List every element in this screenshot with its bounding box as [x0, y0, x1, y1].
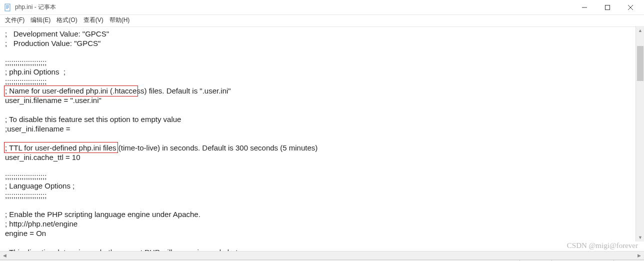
text-line[interactable]	[5, 238, 639, 248]
text-line[interactable]: ;;;;;;;;;;;;;;;;;;;;	[5, 172, 639, 181]
menubar: 文件(F) 编辑(E) 格式(O) 查看(V) 帮助(H)	[0, 15, 644, 27]
text-line[interactable]: ; To disable this feature set this optio…	[5, 114, 639, 124]
text-line[interactable]: ; http://php.net/engine	[5, 219, 639, 228]
maximize-button[interactable]	[596, 0, 619, 15]
text-line[interactable]: user_ini.cache_ttl = 10	[5, 152, 639, 162]
scroll-down-arrow-icon[interactable]: ▼	[636, 233, 644, 242]
scroll-up-arrow-icon[interactable]: ▲	[636, 26, 644, 34]
text-line[interactable]: ; Enable the PHP scripting language engi…	[5, 210, 639, 219]
text-content[interactable]: ; Development Value: "GPCS"; Production …	[0, 27, 644, 251]
text-line[interactable]: ;;;;;;;;;;;;;;;;;;;;	[5, 58, 639, 67]
svg-rect-6	[606, 5, 610, 10]
text-line[interactable]: ; Language Options ;	[5, 181, 639, 190]
text-line[interactable]: ; TTL for user-defined php.ini files (ti…	[5, 143, 639, 152]
window-title: php.ini - 记事本	[15, 3, 56, 12]
text-line[interactable]	[5, 162, 639, 172]
text-line[interactable]: engine = On	[5, 228, 639, 238]
menu-help[interactable]: 帮助(H)	[110, 16, 130, 24]
scrollbar-thumb[interactable]	[637, 46, 644, 81]
text-line[interactable]	[5, 48, 639, 58]
text-line[interactable]: ; Name for user-defined php.ini (.htacce…	[5, 86, 639, 96]
text-line[interactable]: ; Production Value: "GPCS"	[5, 38, 639, 48]
minimize-button[interactable]	[573, 0, 596, 15]
text-line[interactable]: ;user_ini.filename =	[5, 124, 639, 134]
titlebar: php.ini - 记事本	[0, 0, 644, 15]
text-line[interactable]	[5, 134, 639, 143]
menu-view[interactable]: 查看(V)	[84, 16, 104, 24]
text-line[interactable]: ;;;;;;;;;;;;;;;;;;;;	[5, 190, 639, 200]
close-button[interactable]	[619, 0, 642, 15]
text-line[interactable]: ;;;;;;;;;;;;;;;;;;;;	[5, 76, 639, 86]
text-line[interactable]: user_ini.filename = ".user.ini"	[5, 96, 639, 105]
text-line[interactable]	[5, 105, 639, 114]
text-line[interactable]	[5, 200, 639, 210]
notepad-icon	[4, 4, 12, 12]
vertical-scrollbar[interactable]: ▲ ▼	[636, 26, 644, 242]
scroll-left-arrow-icon[interactable]: ◀	[1, 252, 8, 260]
menu-edit[interactable]: 编辑(E)	[30, 16, 50, 24]
text-line[interactable]: ; Development Value: "GPCS"	[5, 29, 639, 38]
text-line[interactable]: ; php.ini Options ;	[5, 67, 639, 76]
menu-file[interactable]: 文件(F)	[5, 16, 24, 24]
editor-area[interactable]: ; Development Value: "GPCS"; Production …	[0, 27, 644, 251]
window-controls	[573, 0, 642, 15]
text-line[interactable]: ; This directive determines whether or n…	[5, 248, 639, 251]
menu-format[interactable]: 格式(O)	[56, 16, 77, 24]
horizontal-scrollbar[interactable]: ◀ ▶	[0, 251, 644, 260]
scroll-right-arrow-icon[interactable]: ▶	[636, 252, 643, 260]
